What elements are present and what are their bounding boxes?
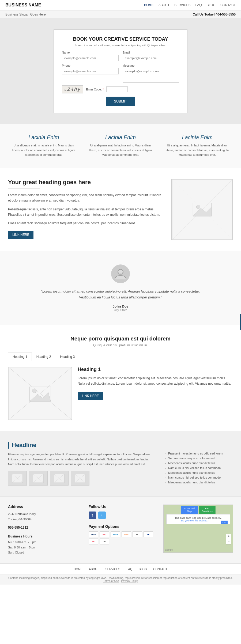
phone-input[interactable] — [62, 68, 119, 74]
tab-content: Heading 1 Lorem ipsum dolor sit amet, co… — [8, 367, 233, 420]
tab-3[interactable]: Heading 3 — [55, 353, 79, 361]
features-grid: Lacinia Enim Ut a aliquam erat. In lacin… — [5, 134, 236, 157]
nav-faq[interactable]: FAQ — [195, 3, 202, 7]
captcha-input[interactable] — [106, 86, 128, 92]
footer-nav-home[interactable]: HOME — [74, 567, 82, 571]
svg-rect-3 — [193, 203, 211, 216]
list-item-2: Sed maximus neque ac a lorem sed — [168, 457, 233, 460]
facebook-icon[interactable]: f — [89, 512, 96, 519]
map-error-box: This page can't load Google Maps correct… — [166, 514, 230, 524]
footer-bottom: Content, including images, displayed on … — [0, 574, 241, 585]
footer-nav-contact[interactable]: CONTACT — [153, 567, 167, 571]
svg-line-1 — [172, 180, 232, 240]
mastercard-icon: MC — [100, 531, 109, 537]
message-input[interactable] — [123, 68, 179, 83]
booking-form-box: BOOK YOUR CREATIVE SERVICE TODAY Lorem i… — [54, 29, 187, 113]
footer-nav-about[interactable]: ABOUT — [89, 567, 99, 571]
footer-nav-services[interactable]: SERVICES — [105, 567, 120, 571]
name-input[interactable] — [62, 55, 119, 61]
footer-address-heading: Address — [8, 505, 78, 509]
map-error-text: This page can't load Google Maps correct… — [169, 517, 228, 519]
nav-services[interactable]: SERVICES — [174, 3, 190, 7]
captcha-image: ↻24hy — [62, 85, 83, 93]
list-item-3: Maecenas iaculis nunc blandit tellus — [168, 461, 233, 465]
nav-home[interactable]: HOME — [144, 3, 154, 7]
amex-icon: AMEX — [111, 531, 120, 537]
testimonial-section: "Lorem ipsum dolor sit amet, consectetur… — [0, 251, 241, 325]
nav-blog[interactable]: BLOG — [207, 3, 216, 7]
submit-button[interactable]: SUBMIT — [106, 97, 135, 106]
social-icons: f t — [89, 512, 158, 519]
terms-link[interactable]: Terms of Use — [103, 579, 119, 582]
footer-nav-faq[interactable]: FAQ — [127, 567, 133, 571]
mc2-icon: MC — [89, 539, 98, 544]
footer-main: Address 2247 Northlake Pkwy Tucker, GA 3… — [0, 496, 241, 563]
footer-address-col: Address 2247 Northlake Pkwy Tucker, GA 3… — [8, 505, 78, 555]
content-heading: Your great heading goes here — [8, 179, 163, 186]
discover-icon: DISC — [122, 531, 131, 537]
tab-1[interactable]: Heading 1 — [8, 353, 32, 361]
small-placeholder-3 — [54, 473, 65, 484]
small-placeholder-2 — [33, 473, 44, 484]
tab-link-button[interactable]: LINK HERE — [78, 392, 103, 400]
nav-bar: BUSINESS NAME HOME ABOUT SERVICES FAQ BL… — [0, 0, 241, 10]
footer-hours-2: Sat: 8:30 a.m. - 5 pm — [8, 545, 78, 550]
name-field-col: Name — [62, 51, 119, 61]
svg-point-5 — [196, 205, 200, 209]
email-field-col: Email — [123, 51, 179, 61]
avatar-icon — [114, 267, 127, 281]
headline-body: Etiam ac sapien eget augue tempor blandi… — [8, 452, 233, 486]
footer-city: Tucker, GA 30084 — [8, 517, 78, 522]
footer-copyright: Content, including images, displayed on … — [8, 577, 233, 579]
image-placeholder-inner — [172, 179, 233, 240]
diners-icon: DI — [133, 531, 142, 537]
feature-3: Lacinia Enim Ut a aliquam erat. In lacin… — [165, 134, 229, 157]
feature-3-title: Lacinia Enim — [165, 134, 229, 141]
form-row-2: Phone Message — [62, 64, 179, 83]
get-directions-button[interactable]: Get Directions — [199, 506, 215, 514]
headline-right: Praesent molestie nunc ac odio sed lorem… — [163, 452, 233, 486]
svg-marker-4 — [193, 207, 211, 216]
message-field-col: Message — [123, 64, 179, 83]
nav-contact[interactable]: CONTACT — [220, 3, 236, 7]
content-divider — [8, 188, 40, 188]
feature-1-text: Ut a aliquam erat. In lacinia enim. Maur… — [12, 143, 76, 157]
email-input[interactable] — [123, 55, 179, 61]
phone-label: Phone — [62, 64, 119, 67]
twitter-icon[interactable]: t — [98, 512, 106, 519]
small-placeholder-4 — [75, 473, 85, 484]
small-img-2 — [29, 471, 48, 486]
zoom-in-button[interactable]: + — [226, 534, 231, 539]
paypal-icon: PP — [144, 531, 153, 537]
map-error-link[interactable]: Do you own this website? — [181, 519, 208, 522]
payment-icons: VISA MC AMEX DISC DI PP MC CB — [89, 531, 158, 544]
tab-2[interactable]: Heading 2 — [32, 353, 56, 361]
nav-about[interactable]: ABOUT — [159, 3, 170, 7]
footer-map: Show Full Map Get Directions This page c… — [163, 505, 233, 553]
feature-1: Lacinia Enim Ut a aliquam erat. In lacin… — [12, 134, 76, 157]
footer-payment-heading: Payment Options — [89, 524, 158, 529]
captcha-row: ↻24hy Enter Code: * — [62, 85, 179, 93]
placeholder-svg — [172, 179, 233, 240]
hero-section: BOOK YOUR CREATIVE SERVICE TODAY Lorem i… — [0, 19, 241, 124]
list-item-1: Praesent molestie nunc ac odio sed lorem — [168, 452, 233, 455]
privacy-link[interactable]: Privacy Policy — [121, 579, 138, 582]
form-subtitle: Lorem ipsum dolor sit amet, consectetur … — [62, 44, 179, 47]
svg-line-2 — [172, 180, 232, 240]
content-image-placeholder — [171, 179, 233, 240]
zoom-out-button[interactable]: − — [226, 539, 231, 544]
nav-links: HOME ABOUT SERVICES FAQ BLOG CONTACT — [144, 3, 236, 7]
top-bar: Business Slogan Goes Here Call Us Today!… — [0, 10, 241, 19]
captcha-refresh-icon[interactable]: ↻ — [64, 89, 66, 92]
testimonial-avatar — [111, 264, 130, 283]
footer-nav-blog[interactable]: BLOG — [139, 567, 147, 571]
show-full-map-button[interactable]: Show Full Map — [181, 506, 198, 514]
list-item-4: Nam cursus nisi vel sed tellus commodo — [168, 466, 233, 469]
content-link-button[interactable]: LINK HERE — [8, 231, 33, 239]
tabs-section-subtitle: Quisque velit nisi, pretium ut lacinia i… — [8, 343, 233, 347]
headline-heading: Headline — [8, 442, 233, 449]
map-ok-button[interactable]: OK — [221, 521, 228, 524]
small-placeholder-1 — [12, 473, 23, 484]
feature-2: Lacinia Enim Ut a aliquam erat. In lacin… — [88, 134, 153, 157]
list-item-7: Maecenas iaculis nunc blandit tellus — [168, 481, 233, 484]
